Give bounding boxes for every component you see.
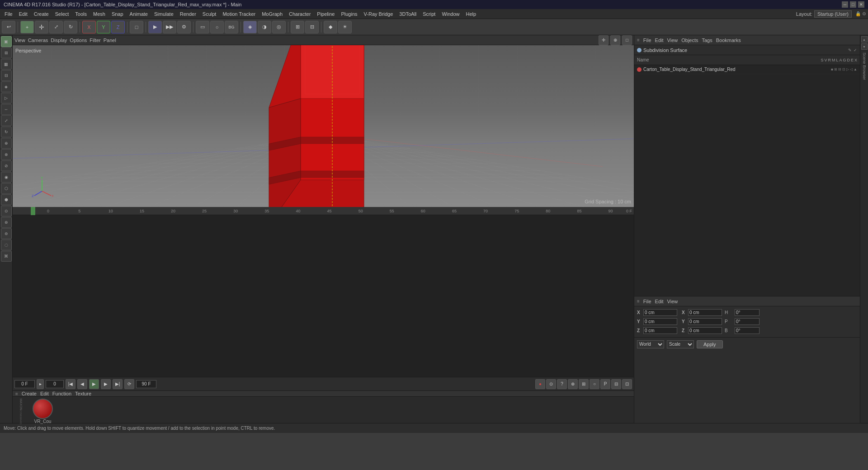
subdiv-check-icon[interactable]: ✓	[854, 48, 857, 52]
coord-z-input[interactable]	[643, 327, 677, 334]
side-tool-bridge[interactable]: ⬢	[1, 194, 12, 205]
vp-filter[interactable]: Filter	[90, 38, 100, 43]
vp-icon-1[interactable]: ✛	[599, 35, 609, 45]
close-button[interactable]: ✕	[858, 1, 864, 8]
vp-display[interactable]: Display	[51, 38, 67, 43]
minimize-button[interactable]: ─	[842, 1, 848, 8]
menu-render[interactable]: Render	[177, 10, 199, 18]
playback-btn-extra1[interactable]: ⊞	[579, 379, 589, 389]
menu-vray-bridge[interactable]: V-Ray Bridge	[361, 10, 396, 18]
sky-button[interactable]: ○	[210, 21, 224, 33]
play-button[interactable]: ▶	[89, 379, 99, 389]
new-object-button[interactable]: +	[20, 21, 34, 33]
mat-edit[interactable]: Edit	[40, 391, 49, 396]
menu-plugins[interactable]: Plugins	[338, 10, 360, 18]
side-tool-knife[interactable]: ⊗	[1, 149, 12, 160]
vp-cameras[interactable]: Cameras	[28, 38, 48, 43]
subdiv-surface-item[interactable]: Subdivision Surface ✎ ✓	[634, 45, 860, 55]
motion-clip-button[interactable]: ⊕	[568, 379, 578, 389]
frame-input-confirm[interactable]: ▸	[37, 379, 44, 389]
timeline-track[interactable]	[13, 215, 634, 377]
coord-x2-input[interactable]	[688, 309, 722, 316]
material-item[interactable]: VR_Cou	[33, 399, 53, 424]
side-tool-smooth[interactable]: ⊙	[1, 206, 12, 216]
z-axis-button[interactable]: Z	[111, 21, 125, 33]
side-tool-live[interactable]: ⊕	[1, 138, 12, 149]
mat-function[interactable]: Function	[52, 391, 71, 396]
coord-p-input[interactable]	[735, 318, 760, 325]
subdiv-edit-icon[interactable]: ✎	[848, 48, 852, 52]
material-button[interactable]: ◆	[324, 21, 337, 33]
display-mode-3[interactable]: ◎	[272, 21, 286, 33]
display-mode-1[interactable]: ◈	[243, 21, 257, 33]
side-tool-extrude[interactable]: ◉	[1, 172, 12, 183]
menu-mograph[interactable]: MoGraph	[259, 10, 285, 18]
light-button[interactable]: ☀	[338, 21, 352, 33]
om-view[interactable]: View	[667, 38, 678, 43]
om-tags[interactable]: Tags	[702, 38, 712, 43]
coord-b-input[interactable]	[735, 327, 760, 334]
object-item[interactable]: Carton_Table_Display_Stand_Triangular_Re…	[634, 65, 860, 74]
menu-window[interactable]: Window	[439, 10, 462, 18]
side-tool-select[interactable]: ▷	[1, 93, 12, 103]
auto-key-button[interactable]: ⊙	[546, 379, 556, 389]
side-tool-polygon[interactable]: ▦	[1, 59, 12, 70]
apply-button[interactable]: Apply	[697, 340, 723, 348]
side-tool-sculpt[interactable]: ◌	[1, 240, 12, 250]
side-tool-loop[interactable]: ⊘	[1, 160, 12, 171]
menu-file[interactable]: File	[2, 10, 15, 18]
om-objects[interactable]: Objects	[681, 38, 698, 43]
render-active-button[interactable]: ▶	[148, 21, 162, 33]
move-tool-button[interactable]: ✛	[35, 21, 48, 33]
side-tool-model[interactable]: ▣	[1, 36, 12, 47]
vp-view[interactable]: View	[14, 38, 25, 43]
vp-options[interactable]: Options	[70, 38, 87, 43]
frame-current-input[interactable]	[14, 380, 35, 388]
menu-sculpt[interactable]: Sculpt	[200, 10, 219, 18]
mat-texture[interactable]: Texture	[75, 391, 91, 396]
side-tool-paint[interactable]: ⊜	[1, 228, 12, 239]
om-file[interactable]: File	[643, 38, 651, 43]
menu-3dtoall[interactable]: 3DToAll	[396, 10, 419, 18]
coord-y2-input[interactable]	[688, 318, 722, 325]
layout-icon-1[interactable]: 🔒	[855, 11, 861, 16]
menu-simulate[interactable]: Simulate	[151, 10, 176, 18]
layout-icon-2[interactable]: ⚙	[862, 11, 866, 16]
menu-create[interactable]: Create	[31, 10, 52, 18]
menu-tools[interactable]: Tools	[72, 10, 90, 18]
side-tool-edge[interactable]: ⊟	[1, 70, 12, 81]
key-button[interactable]: ?	[557, 379, 567, 389]
side-tool-scale[interactable]: ⤢	[1, 115, 12, 126]
menu-select[interactable]: Select	[52, 10, 72, 18]
side-tool-point[interactable]: ◈	[1, 81, 12, 92]
coord-system-dropdown[interactable]: World Object Local	[637, 340, 664, 348]
x-axis-button[interactable]: X	[82, 21, 96, 33]
playback-btn-extra5[interactable]: ⊡	[622, 379, 632, 389]
playback-btn-extra4[interactable]: ⊟	[611, 379, 621, 389]
strip-btn-1[interactable]: ▲	[861, 36, 868, 42]
render-to-picture-button[interactable]: ▶▶	[163, 21, 176, 33]
bg-button[interactable]: BG	[225, 21, 238, 33]
playback-btn-extra3[interactable]: P	[600, 379, 610, 389]
vp-icon-2[interactable]: ⊕	[610, 35, 620, 45]
menu-script[interactable]: Script	[420, 10, 438, 18]
coord-h-input[interactable]	[735, 309, 760, 316]
step-forward-button[interactable]: ▶	[101, 379, 111, 389]
menu-edit[interactable]: Edit	[16, 10, 30, 18]
scale-dropdown[interactable]: Scale	[667, 340, 694, 348]
undo-button[interactable]: ↩	[2, 21, 15, 33]
next-keyframe-button[interactable]: ▶|	[113, 379, 123, 389]
material-swatch[interactable]	[33, 399, 53, 419]
attr-edit[interactable]: Edit	[655, 299, 664, 304]
render-settings-button[interactable]: ⚙	[177, 21, 191, 33]
menu-animate[interactable]: Animate	[127, 10, 151, 18]
coord-y-input[interactable]	[643, 318, 677, 325]
mat-create[interactable]: Create	[22, 391, 37, 396]
scale-tool-button[interactable]: ⤢	[49, 21, 63, 33]
record-button[interactable]: ●	[535, 379, 545, 389]
coord-x-input[interactable]	[643, 309, 677, 316]
y-axis-button[interactable]: Y	[97, 21, 110, 33]
playback-btn-extra2[interactable]: ○	[590, 379, 599, 389]
attr-file[interactable]: File	[643, 299, 651, 304]
menu-motion-tracker[interactable]: Motion Tracker	[220, 10, 258, 18]
